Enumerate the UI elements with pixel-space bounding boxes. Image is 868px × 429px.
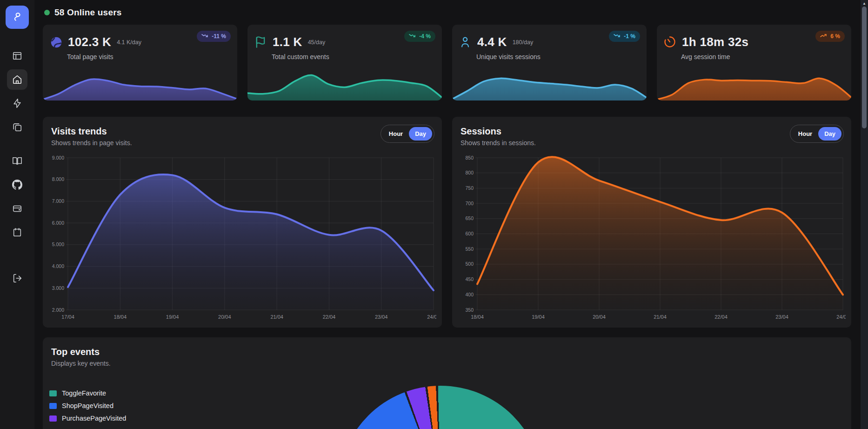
sparkline-chart [43, 69, 237, 101]
stat-value: 1.1 K [273, 35, 302, 49]
sidebar-item-github[interactable] [7, 174, 27, 195]
svg-text:550: 550 [465, 246, 474, 252]
svg-text:9.000: 9.000 [52, 155, 64, 161]
svg-text:650: 650 [465, 215, 474, 221]
calendar-icon [12, 227, 22, 237]
charts-row: Visits trends Shows trends in page visit… [43, 117, 851, 328]
zap-icon [12, 98, 22, 108]
panels-icon [12, 51, 22, 61]
sidebar-item-docs[interactable] [7, 151, 27, 171]
analytics-dashboard: 58 Online users -11 % 102.3 K [0, 0, 868, 429]
svg-text:700: 700 [465, 201, 474, 206]
timer-icon [663, 35, 677, 49]
svg-text:3.000: 3.000 [52, 285, 64, 291]
sidebar-item-copy[interactable] [7, 117, 27, 137]
scroll-up-icon[interactable]: ▲ [861, 1, 868, 6]
home-icon [12, 74, 22, 85]
wallet-icon [12, 203, 22, 214]
stat-card-page-visits: -11 % 102.3 K 4.1 K/day Total page visit… [43, 25, 237, 101]
interval-toggle: Hour Day [790, 125, 844, 143]
sidebar-item-billing[interactable] [7, 198, 27, 219]
visits-trends-card: Visits trends Shows trends in page visit… [43, 117, 442, 328]
top-events-subtitle: Displays key events. [43, 357, 851, 367]
stat-value: 4.4 K [477, 35, 507, 49]
trend-down-icon [201, 33, 209, 40]
svg-text:21/04: 21/04 [654, 314, 667, 320]
interval-toggle: Hour Day [381, 125, 434, 143]
copy-icon [12, 122, 22, 132]
trend-badge: 6 % [815, 31, 845, 42]
svg-text:21/04: 21/04 [270, 314, 283, 320]
globe-icon [49, 35, 63, 49]
stat-card-unique-sessions: -1 % 4.4 K 180/day Unique visits session… [452, 25, 647, 101]
svg-text:2.000: 2.000 [52, 307, 64, 313]
svg-text:800: 800 [465, 170, 474, 175]
svg-text:17/04: 17/04 [61, 314, 74, 320]
svg-text:19/04: 19/04 [166, 314, 179, 320]
toggle-hour-button[interactable]: Hour [792, 127, 818, 141]
online-users-header: 58 Online users [44, 7, 851, 18]
main-content: 58 Online users -11 % 102.3 K [43, 0, 851, 429]
svg-text:24/04: 24/04 [836, 314, 846, 320]
trend-up-icon [820, 33, 828, 40]
sidebar [0, 0, 34, 429]
sidebar-item-events[interactable] [7, 93, 27, 114]
stat-value: 1h 18m 32s [682, 35, 748, 49]
flag-icon [254, 35, 268, 49]
toggle-hour-button[interactable]: Hour [383, 127, 409, 141]
visits-area-chart: 9.0008.0007.0006.0005.0004.0003.0002.000… [50, 154, 436, 323]
svg-text:8.000: 8.000 [52, 176, 64, 182]
pie-chart [338, 386, 543, 429]
trend-badge: -11 % [197, 31, 231, 42]
logout-icon [12, 273, 22, 283]
sessions-card: Sessions Shows trends in sessions. Hour … [452, 117, 851, 328]
stat-label: Total custom events [247, 49, 442, 60]
sidebar-item-panels[interactable] [7, 46, 27, 66]
stat-card-session-time: 6 % 1h 18m 32s Avg session time [657, 25, 851, 101]
legend-item-purchasepagevisited: PurchasePageVisited [49, 415, 126, 422]
book-icon [12, 156, 22, 166]
top-events-title: Top events [43, 337, 851, 357]
svg-text:19/04: 19/04 [532, 314, 545, 320]
stat-label: Total page visits [43, 49, 237, 60]
svg-text:23/04: 23/04 [775, 314, 788, 320]
logo-wave-icon [11, 10, 23, 24]
github-icon [12, 180, 22, 190]
stat-label: Avg session time [657, 49, 851, 60]
trend-badge: -4 % [404, 31, 435, 42]
sidebar-item-logout[interactable] [7, 268, 27, 288]
stat-label: Unique visits sessions [452, 49, 647, 60]
svg-text:350: 350 [465, 307, 474, 313]
stat-per-day: 180/day [513, 39, 533, 46]
svg-text:20/04: 20/04 [593, 314, 606, 320]
sidebar-item-home[interactable] [7, 69, 27, 90]
scrollbar-thumb[interactable] [862, 7, 867, 128]
svg-text:4.000: 4.000 [52, 263, 64, 269]
svg-text:5.000: 5.000 [52, 241, 64, 247]
svg-text:22/04: 22/04 [714, 314, 728, 320]
svg-text:750: 750 [465, 185, 474, 191]
user-icon [459, 35, 473, 49]
stats-row: -11 % 102.3 K 4.1 K/day Total page visit… [43, 25, 851, 101]
legend-swatch [49, 416, 57, 422]
toggle-day-button[interactable]: Day [409, 127, 432, 141]
app-logo[interactable] [6, 6, 29, 29]
toggle-day-button[interactable]: Day [818, 127, 841, 141]
pie-legend: ToggleFavorite ShopPageVisited PurchaseP… [49, 389, 126, 422]
svg-text:6.000: 6.000 [52, 220, 64, 226]
trend-down-icon [614, 33, 621, 40]
svg-text:450: 450 [465, 276, 474, 282]
svg-text:18/04: 18/04 [114, 314, 127, 320]
stat-card-custom-events: -4 % 1.1 K 45/day Total custom events [247, 25, 442, 101]
svg-text:7.000: 7.000 [52, 198, 64, 204]
sessions-area-chart: 85080075070065060055050045040035018/0419… [460, 154, 846, 323]
trend-badge: -1 % [609, 31, 640, 42]
sparkline-chart [452, 69, 647, 101]
legend-swatch [49, 403, 57, 409]
svg-text:20/04: 20/04 [218, 314, 231, 320]
page-scrollbar: ▲ [861, 0, 868, 429]
legend-item-togglefavorite: ToggleFavorite [49, 389, 126, 397]
svg-text:22/04: 22/04 [323, 314, 336, 320]
sidebar-item-calendar[interactable] [7, 222, 27, 242]
svg-text:18/04: 18/04 [471, 314, 484, 320]
